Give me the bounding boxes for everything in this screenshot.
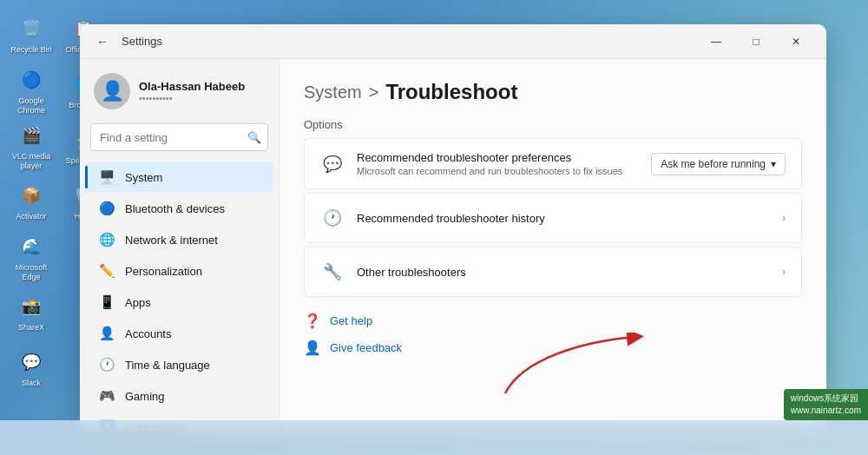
- desktop: 🗑️ Recycle Bin 📋 Office 365 🔵 Google Chr…: [0, 0, 868, 455]
- window-title: Settings: [122, 35, 696, 48]
- other-troubleshooters-title: Other troubleshooters: [357, 266, 770, 279]
- sidebar-item-bluetooth[interactable]: 🔵 Bluetooth & devices: [85, 194, 273, 223]
- sidebar: 👤 Ola-Hassan Habeeb •••••••••• 🔍 🖥️ Syst…: [80, 59, 279, 431]
- desktop-icon-slack[interactable]: 💬 Slack: [7, 342, 56, 394]
- apps-icon: 📱: [99, 294, 115, 310]
- network-icon: 🌐: [99, 232, 115, 247]
- section-label: Options: [304, 118, 802, 131]
- chrome-icon: 🔵: [17, 66, 45, 94]
- option-recommended-history[interactable]: 🕐 Recommended troubleshooter history ›: [304, 193, 802, 243]
- other-troubleshooters-chevron-icon: ›: [782, 266, 786, 278]
- taskbar: [0, 420, 868, 455]
- desktop-icon-chrome[interactable]: 🔵 Google Chrome: [7, 64, 56, 116]
- get-help-icon: ❓: [304, 313, 321, 329]
- close-button[interactable]: ✕: [776, 28, 816, 56]
- option-other-troubleshooters[interactable]: 🔧 Other troubleshooters ›: [304, 247, 802, 297]
- other-troubleshooters-text: Other troubleshooters: [357, 266, 770, 279]
- sidebar-item-accounts[interactable]: 👤 Accounts: [85, 319, 273, 348]
- personalization-icon: ✏️: [99, 263, 115, 279]
- give-feedback-link[interactable]: 👤 Give feedback: [304, 338, 802, 358]
- sharex-icon: 📸: [17, 293, 45, 320]
- dropdown-chevron-icon: ▾: [771, 158, 776, 170]
- user-profile[interactable]: 👤 Ola-Hassan Habeeb ••••••••••: [80, 66, 279, 120]
- minimize-button[interactable]: —: [696, 28, 736, 56]
- avatar: 👤: [94, 73, 130, 109]
- recommended-history-chevron-icon: ›: [782, 212, 786, 224]
- recommended-prefs-title: Recommended troubleshooter preferences: [357, 151, 639, 164]
- bluetooth-icon: 🔵: [99, 201, 115, 216]
- recommended-history-right: ›: [782, 212, 786, 224]
- options-section: 💬 Recommended troubleshooter preferences…: [304, 138, 802, 297]
- sidebar-item-label-bluetooth: Bluetooth & devices: [125, 202, 225, 215]
- recommended-history-title: Recommended troubleshooter history: [357, 212, 770, 225]
- give-feedback-label: Give feedback: [330, 341, 402, 354]
- settings-window: ← Settings — □ ✕ 👤 Ola-Hassan Habeeb •••…: [80, 24, 826, 431]
- recommended-history-text: Recommended troubleshooter history: [357, 212, 770, 225]
- recycle-bin-icon: 🗑️: [17, 15, 45, 43]
- sidebar-item-label-personalization: Personalization: [125, 265, 202, 278]
- breadcrumb-separator: >: [369, 82, 379, 102]
- sidebar-item-system[interactable]: 🖥️ System: [85, 162, 273, 192]
- maximize-button[interactable]: □: [736, 28, 776, 56]
- watermark-line2: www.nainartz.com: [791, 405, 861, 417]
- user-email: ••••••••••: [139, 93, 245, 103]
- settings-body: 👤 Ola-Hassan Habeeb •••••••••• 🔍 🖥️ Syst…: [80, 59, 826, 431]
- system-icon: 🖥️: [99, 169, 115, 185]
- breadcrumb-parent: System: [304, 82, 362, 102]
- other-troubleshooters-icon: 🔧: [320, 260, 345, 284]
- edge-icon: 🌊: [17, 233, 45, 260]
- other-troubleshooters-right: ›: [782, 266, 786, 278]
- recommended-prefs-right: Ask me before running ▾: [651, 153, 786, 175]
- watermark-line1: windows系统家园: [791, 392, 861, 405]
- links-section: ❓ Get help 👤 Give feedback: [304, 311, 802, 358]
- recommended-prefs-text: Recommended troubleshooter preferences M…: [357, 151, 639, 176]
- user-info: Ola-Hassan Habeeb ••••••••••: [139, 80, 245, 103]
- accounts-icon: 👤: [99, 326, 115, 341]
- sidebar-item-label-gaming: Gaming: [125, 390, 165, 403]
- back-button[interactable]: ←: [90, 30, 115, 54]
- recommended-prefs-subtitle: Microsoft can recommend and run troubles…: [357, 166, 639, 176]
- recommended-prefs-icon: 💬: [320, 152, 345, 176]
- main-content: System > Troubleshoot Options 💬 Recommen…: [279, 59, 826, 431]
- sidebar-item-personalization[interactable]: ✏️ Personalization: [85, 256, 273, 286]
- sidebar-item-label-network: Network & internet: [125, 234, 218, 247]
- desktop-icon-recycle-bin[interactable]: 🗑️ Recycle Bin: [7, 9, 56, 61]
- desktop-icon-vlc[interactable]: 🎬 VLC media player: [7, 120, 56, 172]
- desktop-icon-sharex[interactable]: 📸 ShareX: [7, 287, 56, 339]
- desktop-icon-edge[interactable]: 🌊 Microsoft Edge: [7, 231, 56, 283]
- get-help-link[interactable]: ❓ Get help: [304, 311, 802, 331]
- option-recommended-prefs[interactable]: 💬 Recommended troubleshooter preferences…: [304, 138, 802, 189]
- breadcrumb: System > Troubleshoot: [304, 80, 802, 104]
- sidebar-item-label-accounts: Accounts: [125, 327, 171, 340]
- ask-me-dropdown[interactable]: Ask me before running ▾: [651, 153, 786, 175]
- time-icon: 🕐: [99, 357, 115, 373]
- sidebar-item-apps[interactable]: 📱 Apps: [85, 287, 273, 317]
- give-feedback-icon: 👤: [304, 340, 321, 356]
- sidebar-item-time[interactable]: 🕐 Time & language: [85, 350, 273, 379]
- breadcrumb-current: Troubleshoot: [385, 80, 517, 104]
- sidebar-item-label-system: System: [125, 171, 162, 184]
- gaming-icon: 🎮: [99, 388, 115, 404]
- title-bar: ← Settings — □ ✕: [80, 24, 826, 59]
- sidebar-item-label-apps: Apps: [125, 296, 151, 309]
- vlc-icon: 🎬: [17, 122, 45, 149]
- get-help-label: Get help: [330, 314, 372, 327]
- ask-me-label: Ask me before running: [661, 158, 766, 170]
- sidebar-item-gaming[interactable]: 🎮 Gaming: [85, 381, 273, 411]
- recommended-history-icon: 🕐: [320, 206, 345, 230]
- sidebar-item-network[interactable]: 🌐 Network & internet: [85, 225, 273, 254]
- search-box[interactable]: 🔍: [90, 123, 268, 151]
- search-icon: 🔍: [247, 131, 261, 144]
- search-input[interactable]: [90, 123, 268, 151]
- slack-icon: 💬: [17, 348, 45, 376]
- activator-icon: 📦: [17, 181, 45, 209]
- window-controls: — □ ✕: [696, 28, 816, 56]
- watermark: windows系统家园 www.nainartz.com: [784, 389, 868, 420]
- desktop-icon-activator[interactable]: 📦 Activator: [7, 175, 56, 228]
- sidebar-item-label-time: Time & language: [125, 359, 210, 372]
- user-name: Ola-Hassan Habeeb: [139, 80, 245, 93]
